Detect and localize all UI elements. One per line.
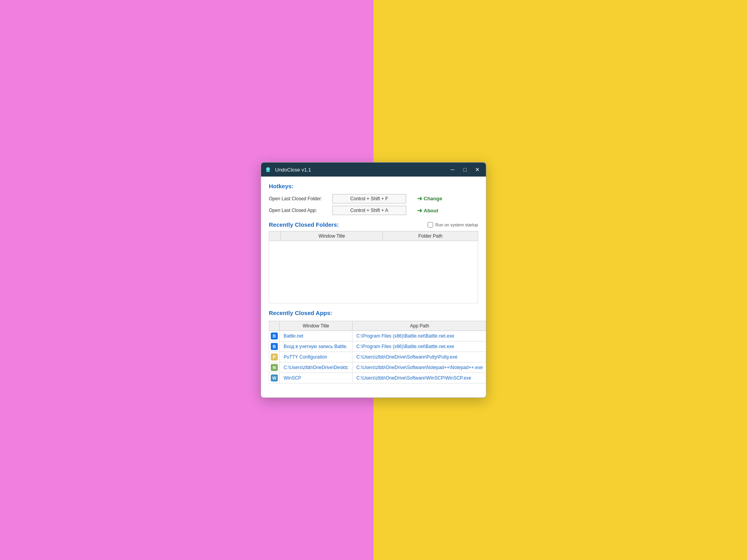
folders-header: Recently Closed Folders: Run on system s… (269, 221, 478, 228)
folder-hotkey-input[interactable] (332, 194, 406, 203)
main-window: UndoClose v1.1 ─ □ ✕ Hotkeys: Open Last … (261, 162, 486, 398)
title-bar: UndoClose v1.1 ─ □ ✕ (261, 163, 486, 177)
app-title-cell: Battle.net (280, 331, 352, 341)
apps-col-path: App Path (352, 321, 486, 331)
folder-hotkey-label: Open Last Closed Folder: (269, 196, 329, 201)
app-icon (264, 166, 272, 173)
app-path-cell: C:\Users\zlbb\OneDrive\Software\WinSCP\W… (352, 373, 486, 383)
close-button[interactable]: ✕ (472, 164, 483, 175)
app-path-cell: C:\Users\zlbb\OneDrive\Software\Notepad+… (352, 362, 486, 373)
about-arrow-icon: ➜ (417, 207, 422, 214)
app-icon-cell: B (269, 331, 280, 341)
folders-col-title: Window Title (281, 231, 383, 241)
app-title-cell: WinSCP (280, 373, 352, 383)
folder-hotkey-row: Open Last Closed Folder: (269, 194, 406, 203)
startup-checkbox-label[interactable]: Run on system startup (428, 222, 478, 228)
app-hotkey-input[interactable] (332, 206, 406, 215)
apps-title: Recently Closed Apps: (269, 310, 478, 316)
about-button[interactable]: ➜ About (416, 206, 444, 215)
app-title-cell: Вход в учетную запись Battle. (280, 341, 352, 352)
table-row: BВход в учетную запись Battle.C:\Program… (269, 341, 487, 352)
hotkeys-actions: ➜ Change ➜ About (416, 194, 444, 215)
startup-label-text: Run on system startup (435, 222, 478, 227)
minimize-button[interactable]: ─ (447, 164, 458, 175)
folders-section: Recently Closed Folders: Run on system s… (269, 221, 478, 303)
hotkeys-title: Hotkeys: (269, 183, 478, 189)
table-row: WWinSCPC:\Users\zlbb\OneDrive\Software\W… (269, 373, 487, 383)
app-icon-cell: P (269, 352, 280, 362)
app-row-icon: B (271, 343, 278, 350)
change-arrow-icon: ➜ (417, 195, 422, 202)
app-path-cell: C:\Program Files (x86)\Battle.net\Battle… (352, 341, 486, 352)
app-title-cell: C:\Users\zlbb\OneDrive\Desktc (280, 362, 352, 373)
app-hotkey-label: Open Last Closed App: (269, 208, 329, 213)
apps-table: Window Title App Path BBattle.netC:\Prog… (269, 321, 486, 383)
startup-checkbox[interactable] (428, 222, 433, 228)
app-hotkey-row: Open Last Closed App: (269, 206, 406, 215)
app-row-icon: P (271, 354, 278, 360)
apps-section: Recently Closed Apps: Window Title App P… (269, 310, 478, 383)
app-icon-cell: N (269, 362, 280, 373)
app-row-icon: B (271, 332, 278, 340)
folders-col-path: Folder Path (383, 231, 478, 241)
apps-table-header: Window Title App Path (269, 321, 487, 331)
window-title: UndoClose v1.1 (275, 167, 447, 173)
apps-col-num (269, 321, 280, 331)
folders-table-header: Window Title Folder Path (269, 231, 478, 241)
folders-col-num (269, 231, 281, 241)
maximize-button[interactable]: □ (459, 164, 470, 175)
folders-title: Recently Closed Folders: (269, 221, 339, 228)
window-controls: ─ □ ✕ (447, 164, 483, 175)
hotkeys-inputs-block: Open Last Closed Folder: Open Last Close… (269, 194, 406, 215)
change-button[interactable]: ➜ Change (416, 194, 444, 203)
app-path-cell: C:\Program Files (x86)\Battle.net\Battle… (352, 331, 486, 341)
table-row: BBattle.netC:\Program Files (x86)\Battle… (269, 331, 487, 341)
app-row-icon: W (271, 374, 278, 382)
app-path-cell: C:\Users\zlbb\OneDrive\Software\Putty\Pu… (352, 352, 486, 362)
app-row-icon: N (271, 364, 278, 371)
table-row: PPuTTY ConfigurationC:\Users\zlbb\OneDri… (269, 352, 487, 362)
apps-col-title: Window Title (280, 321, 352, 331)
app-icon-cell: B (269, 341, 280, 352)
folders-empty-cell (269, 241, 478, 303)
app-icon-cell: W (269, 373, 280, 383)
folders-empty-row (269, 241, 478, 303)
table-row: NC:\Users\zlbb\OneDrive\DesktcC:\Users\z… (269, 362, 487, 373)
content-area: Hotkeys: Open Last Closed Folder: Open L… (261, 177, 486, 397)
app-title-cell: PuTTY Configuration (280, 352, 352, 362)
hotkeys-section: Hotkeys: Open Last Closed Folder: Open L… (269, 183, 478, 215)
folders-table: Window Title Folder Path (269, 231, 478, 303)
